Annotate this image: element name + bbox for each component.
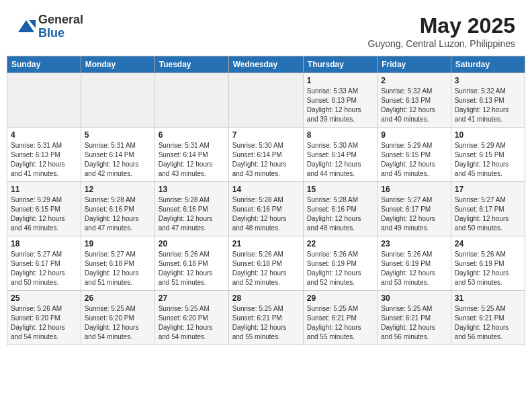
location-subtitle: Guyong, Central Luzon, Philippines bbox=[368, 38, 515, 49]
day-number: 27 bbox=[159, 293, 225, 303]
calendar-cell: 6Sunrise: 5:31 AM Sunset: 6:14 PM Daylig… bbox=[154, 128, 228, 182]
day-number: 22 bbox=[307, 239, 373, 248]
day-number: 12 bbox=[85, 185, 151, 194]
calendar-header-row: SundayMondayTuesdayWednesdayThursdayFrid… bbox=[7, 56, 525, 73]
title-block: May 2025 Guyong, Central Luzon, Philippi… bbox=[368, 13, 515, 49]
calendar-cell: 22Sunrise: 5:26 AM Sunset: 6:19 PM Dayli… bbox=[303, 236, 377, 291]
calendar-cell bbox=[7, 73, 81, 128]
calendar-cell: 20Sunrise: 5:26 AM Sunset: 6:18 PM Dayli… bbox=[154, 236, 228, 291]
month-year-title: May 2025 bbox=[368, 13, 515, 38]
day-info: Sunrise: 5:30 AM Sunset: 6:14 PM Dayligh… bbox=[232, 141, 300, 179]
day-number: 14 bbox=[232, 185, 300, 194]
day-info: Sunrise: 5:26 AM Sunset: 6:18 PM Dayligh… bbox=[159, 250, 225, 287]
day-info: Sunrise: 5:25 AM Sunset: 6:20 PM Dayligh… bbox=[159, 304, 225, 342]
calendar-cell: 16Sunrise: 5:27 AM Sunset: 6:17 PM Dayli… bbox=[378, 182, 451, 236]
weekday-header-monday: Monday bbox=[81, 56, 154, 73]
calendar-cell: 14Sunrise: 5:28 AM Sunset: 6:16 PM Dayli… bbox=[228, 182, 303, 236]
day-info: Sunrise: 5:30 AM Sunset: 6:14 PM Dayligh… bbox=[307, 141, 373, 179]
weekday-header-saturday: Saturday bbox=[451, 56, 525, 73]
calendar-cell: 10Sunrise: 5:29 AM Sunset: 6:15 PM Dayli… bbox=[451, 128, 525, 182]
day-info: Sunrise: 5:26 AM Sunset: 6:20 PM Dayligh… bbox=[11, 304, 77, 342]
day-number: 26 bbox=[85, 293, 151, 303]
day-info: Sunrise: 5:32 AM Sunset: 6:13 PM Dayligh… bbox=[381, 87, 447, 124]
weekday-header-sunday: Sunday bbox=[7, 56, 81, 73]
day-info: Sunrise: 5:26 AM Sunset: 6:19 PM Dayligh… bbox=[381, 250, 447, 287]
page-header: General Blue May 2025 Guyong, Central Lu… bbox=[7, 7, 525, 52]
calendar-cell: 27Sunrise: 5:25 AM Sunset: 6:20 PM Dayli… bbox=[154, 291, 228, 345]
weekday-header-tuesday: Tuesday bbox=[154, 56, 228, 73]
day-number: 28 bbox=[232, 293, 300, 303]
day-number: 4 bbox=[11, 130, 77, 140]
calendar-cell: 28Sunrise: 5:25 AM Sunset: 6:21 PM Dayli… bbox=[228, 291, 303, 345]
day-info: Sunrise: 5:28 AM Sunset: 6:16 PM Dayligh… bbox=[159, 195, 225, 233]
day-number: 8 bbox=[307, 130, 373, 140]
calendar-week-row: 11Sunrise: 5:29 AM Sunset: 6:15 PM Dayli… bbox=[7, 182, 525, 236]
day-info: Sunrise: 5:28 AM Sunset: 6:16 PM Dayligh… bbox=[85, 195, 151, 233]
day-info: Sunrise: 5:27 AM Sunset: 6:17 PM Dayligh… bbox=[11, 250, 77, 287]
day-number: 30 bbox=[381, 293, 447, 303]
calendar-cell: 3Sunrise: 5:32 AM Sunset: 6:13 PM Daylig… bbox=[451, 73, 525, 128]
day-number: 9 bbox=[381, 130, 447, 140]
day-number: 20 bbox=[159, 239, 225, 248]
calendar-week-row: 25Sunrise: 5:26 AM Sunset: 6:20 PM Dayli… bbox=[7, 291, 525, 345]
day-info: Sunrise: 5:29 AM Sunset: 6:15 PM Dayligh… bbox=[455, 141, 521, 179]
calendar-table: SundayMondayTuesdayWednesdayThursdayFrid… bbox=[7, 56, 525, 345]
day-info: Sunrise: 5:31 AM Sunset: 6:14 PM Dayligh… bbox=[159, 141, 225, 179]
day-info: Sunrise: 5:33 AM Sunset: 6:13 PM Dayligh… bbox=[307, 87, 373, 124]
logo-blue: Blue bbox=[38, 27, 83, 40]
calendar-cell bbox=[154, 73, 228, 128]
calendar-cell: 26Sunrise: 5:25 AM Sunset: 6:20 PM Dayli… bbox=[81, 291, 154, 345]
day-info: Sunrise: 5:26 AM Sunset: 6:19 PM Dayligh… bbox=[455, 250, 521, 287]
day-info: Sunrise: 5:27 AM Sunset: 6:17 PM Dayligh… bbox=[455, 195, 521, 233]
day-number: 2 bbox=[381, 76, 447, 85]
calendar-cell: 31Sunrise: 5:25 AM Sunset: 6:21 PM Dayli… bbox=[451, 291, 525, 345]
day-number: 13 bbox=[159, 185, 225, 194]
day-info: Sunrise: 5:25 AM Sunset: 6:21 PM Dayligh… bbox=[381, 304, 447, 342]
day-number: 10 bbox=[455, 130, 521, 140]
day-info: Sunrise: 5:29 AM Sunset: 6:15 PM Dayligh… bbox=[11, 195, 77, 233]
calendar-cell: 8Sunrise: 5:30 AM Sunset: 6:14 PM Daylig… bbox=[303, 128, 377, 182]
calendar-cell: 12Sunrise: 5:28 AM Sunset: 6:16 PM Dayli… bbox=[81, 182, 154, 236]
weekday-header-wednesday: Wednesday bbox=[228, 56, 303, 73]
day-info: Sunrise: 5:25 AM Sunset: 6:21 PM Dayligh… bbox=[307, 304, 373, 342]
day-number: 21 bbox=[232, 239, 300, 248]
day-number: 17 bbox=[455, 185, 521, 194]
day-number: 7 bbox=[232, 130, 300, 140]
day-info: Sunrise: 5:25 AM Sunset: 6:20 PM Dayligh… bbox=[85, 304, 151, 342]
day-info: Sunrise: 5:27 AM Sunset: 6:18 PM Dayligh… bbox=[85, 250, 151, 287]
day-info: Sunrise: 5:26 AM Sunset: 6:19 PM Dayligh… bbox=[307, 250, 373, 287]
day-info: Sunrise: 5:32 AM Sunset: 6:13 PM Dayligh… bbox=[455, 87, 521, 124]
calendar-cell: 21Sunrise: 5:26 AM Sunset: 6:18 PM Dayli… bbox=[228, 236, 303, 291]
logo-text: General Blue bbox=[38, 13, 83, 40]
day-number: 16 bbox=[381, 185, 447, 194]
calendar-cell: 29Sunrise: 5:25 AM Sunset: 6:21 PM Dayli… bbox=[303, 291, 377, 345]
calendar-cell: 11Sunrise: 5:29 AM Sunset: 6:15 PM Dayli… bbox=[7, 182, 81, 236]
calendar-cell: 25Sunrise: 5:26 AM Sunset: 6:20 PM Dayli… bbox=[7, 291, 81, 345]
calendar-cell: 15Sunrise: 5:28 AM Sunset: 6:16 PM Dayli… bbox=[303, 182, 377, 236]
day-number: 11 bbox=[11, 185, 77, 194]
day-number: 31 bbox=[455, 293, 521, 303]
day-number: 23 bbox=[381, 239, 447, 248]
calendar-cell: 4Sunrise: 5:31 AM Sunset: 6:13 PM Daylig… bbox=[7, 128, 81, 182]
calendar-week-row: 1Sunrise: 5:33 AM Sunset: 6:13 PM Daylig… bbox=[7, 73, 525, 128]
day-number: 29 bbox=[307, 293, 373, 303]
day-number: 15 bbox=[307, 185, 373, 194]
calendar-cell: 9Sunrise: 5:29 AM Sunset: 6:15 PM Daylig… bbox=[378, 128, 451, 182]
day-number: 3 bbox=[455, 76, 521, 85]
day-number: 18 bbox=[11, 239, 77, 248]
day-number: 25 bbox=[11, 293, 77, 303]
calendar-cell: 19Sunrise: 5:27 AM Sunset: 6:18 PM Dayli… bbox=[81, 236, 154, 291]
logo-icon bbox=[17, 17, 36, 36]
calendar-cell: 17Sunrise: 5:27 AM Sunset: 6:17 PM Dayli… bbox=[451, 182, 525, 236]
day-info: Sunrise: 5:31 AM Sunset: 6:14 PM Dayligh… bbox=[85, 141, 151, 179]
day-info: Sunrise: 5:28 AM Sunset: 6:16 PM Dayligh… bbox=[232, 195, 300, 233]
calendar-cell: 30Sunrise: 5:25 AM Sunset: 6:21 PM Dayli… bbox=[378, 291, 451, 345]
day-info: Sunrise: 5:25 AM Sunset: 6:21 PM Dayligh… bbox=[455, 304, 521, 342]
logo: General Blue bbox=[17, 13, 83, 40]
day-number: 5 bbox=[85, 130, 151, 140]
day-number: 1 bbox=[307, 76, 373, 85]
calendar-cell: 18Sunrise: 5:27 AM Sunset: 6:17 PM Dayli… bbox=[7, 236, 81, 291]
day-info: Sunrise: 5:31 AM Sunset: 6:13 PM Dayligh… bbox=[11, 141, 77, 179]
day-info: Sunrise: 5:28 AM Sunset: 6:16 PM Dayligh… bbox=[307, 195, 373, 233]
weekday-header-friday: Friday bbox=[378, 56, 451, 73]
